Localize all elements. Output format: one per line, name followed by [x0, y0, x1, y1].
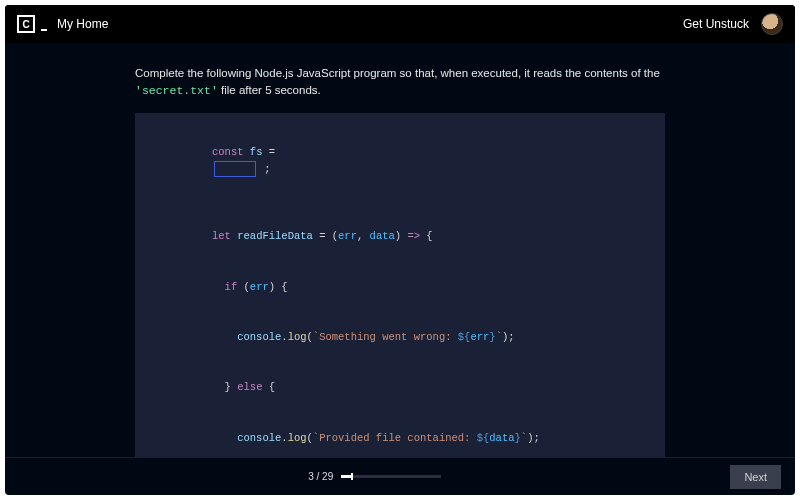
brand-logo[interactable]: C	[17, 15, 35, 33]
get-unstuck-link[interactable]: Get Unstuck	[683, 17, 749, 31]
code-token: (	[325, 230, 338, 242]
code-token: {	[262, 381, 275, 393]
code-token: else	[237, 381, 262, 393]
progress-knob-icon	[351, 473, 353, 480]
code-block: const fs = ; let readFileData = (err, da…	[135, 113, 665, 457]
question-prompt: Complete the following Node.js JavaScrip…	[135, 65, 665, 99]
code-token: err	[470, 331, 489, 343]
code-token: ${	[458, 331, 471, 343]
code-token: fs	[244, 146, 269, 158]
code-token: data	[489, 432, 514, 444]
topbar: C My Home Get Unstuck	[5, 5, 795, 43]
nav-my-home[interactable]: My Home	[57, 17, 108, 31]
code-token: if	[212, 281, 237, 293]
prompt-text-2: file after 5 seconds.	[218, 84, 321, 96]
code-token: err	[250, 281, 269, 293]
code-token: ;	[258, 163, 271, 175]
code-token: ) {	[269, 281, 288, 293]
code-token: {	[420, 230, 433, 242]
brand-cursor-icon	[41, 25, 47, 31]
code-token: ${	[477, 432, 490, 444]
progress-label: 3 / 29	[308, 471, 333, 482]
progress-fill	[341, 475, 351, 478]
avatar[interactable]	[761, 13, 783, 35]
footer-bar: 3 / 29 Next	[5, 457, 795, 495]
code-token: log	[288, 331, 307, 343]
next-button[interactable]: Next	[730, 465, 781, 489]
code-token: )	[395, 230, 408, 242]
code-token: (	[237, 281, 250, 293]
code-token: );	[527, 432, 540, 444]
code-token: let	[212, 230, 231, 242]
code-token: }	[212, 381, 237, 393]
content-area: Complete the following Node.js JavaScrip…	[5, 43, 795, 457]
code-token: `Provided file contained:	[313, 432, 477, 444]
code-token: `Something went wrong:	[313, 331, 458, 343]
app-frame: C My Home Get Unstuck Complete the follo…	[5, 5, 795, 495]
code-token: console	[212, 331, 281, 343]
prompt-filename: 'secret.txt'	[135, 84, 218, 97]
code-token: ,	[357, 230, 370, 242]
progress-bar[interactable]	[341, 475, 441, 478]
blank-slot-1[interactable]	[214, 161, 256, 177]
prompt-text-1: Complete the following Node.js JavaScrip…	[135, 67, 660, 79]
code-token: =>	[407, 230, 420, 242]
code-token: const	[212, 146, 244, 158]
code-token: err	[338, 230, 357, 242]
code-token: data	[370, 230, 395, 242]
code-token: log	[288, 432, 307, 444]
code-token: =	[269, 146, 275, 158]
code-token: console	[212, 432, 281, 444]
code-token: readFileData	[231, 230, 319, 242]
code-token: );	[502, 331, 515, 343]
